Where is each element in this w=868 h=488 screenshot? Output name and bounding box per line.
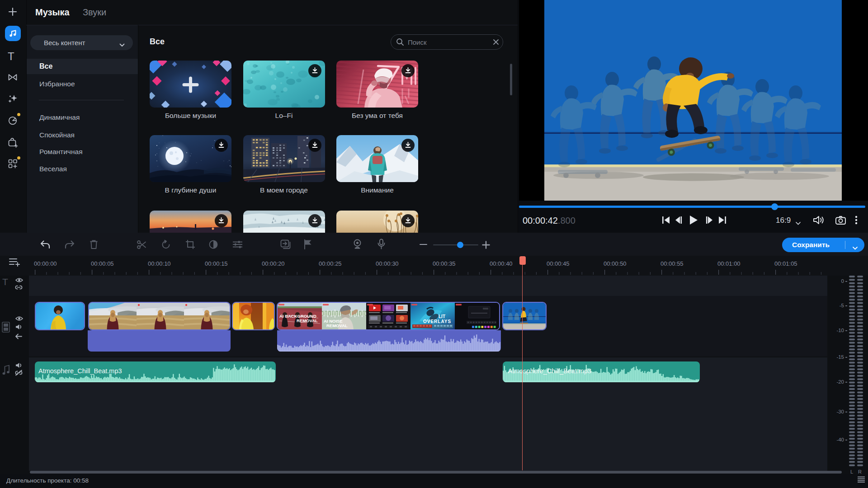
svg-text:-10: -10 xyxy=(836,328,844,333)
svg-text:REMOVAL: REMOVAL xyxy=(326,323,348,328)
svg-text:00:00:50: 00:00:50 xyxy=(604,260,627,267)
svg-text:-20: -20 xyxy=(836,379,844,385)
svg-text:-40: -40 xyxy=(836,437,844,442)
svg-text:00:01:05: 00:01:05 xyxy=(774,260,797,267)
svg-text:00:00:55: 00:00:55 xyxy=(660,260,684,267)
svg-text:-15: -15 xyxy=(836,354,844,360)
svg-text:00:00:35: 00:00:35 xyxy=(433,260,456,267)
svg-text:OVERLAYS: OVERLAYS xyxy=(423,319,451,324)
svg-text:00:00:45: 00:00:45 xyxy=(547,260,570,267)
svg-text:LIT: LIT xyxy=(439,314,445,319)
svg-text:-30: -30 xyxy=(836,409,844,414)
svg-text:00:00:40: 00:00:40 xyxy=(490,260,513,267)
svg-text:00:00:05: 00:00:05 xyxy=(91,260,114,267)
svg-text:00:00:25: 00:00:25 xyxy=(319,260,342,267)
svg-text:REMOVAL: REMOVAL xyxy=(297,318,318,323)
svg-text:00:00:10: 00:00:10 xyxy=(148,260,171,267)
svg-text:00:00:15: 00:00:15 xyxy=(205,260,228,267)
svg-text:00:00:30: 00:00:30 xyxy=(376,260,399,267)
svg-text:00:00:00: 00:00:00 xyxy=(34,260,57,267)
svg-text:00:01:00: 00:01:00 xyxy=(717,260,741,267)
svg-text:0: 0 xyxy=(841,278,844,284)
svg-text:-5: -5 xyxy=(840,303,844,308)
svg-text:00:00:20: 00:00:20 xyxy=(262,260,285,267)
